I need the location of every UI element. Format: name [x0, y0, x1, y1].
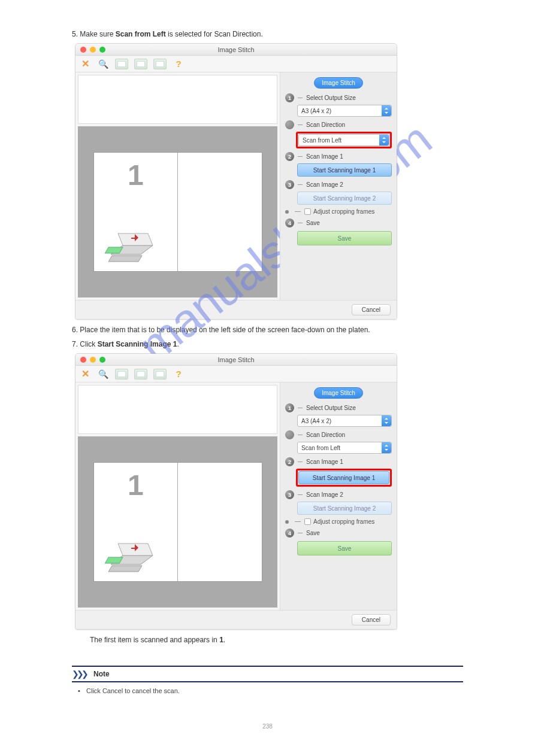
output-size-dropdown[interactable]: A3 (A4 x 2) [297, 105, 392, 117]
thumb-icon-2[interactable] [134, 369, 147, 379]
save-button[interactable]: Save [297, 231, 392, 245]
chevron-updown-icon [382, 442, 391, 453]
step-4-row: 4 Save [285, 529, 392, 538]
help-icon[interactable]: ? [173, 58, 185, 70]
thumb-icon-1[interactable] [115, 369, 128, 379]
close-x-icon[interactable]: ✕ [79, 58, 91, 70]
placeholder-digit-1: 1 [94, 469, 178, 502]
adjust-cropping-checkbox[interactable] [304, 208, 311, 215]
step-3-row: 3 Scan Image 2 [285, 180, 392, 189]
footer-bar: Cancel [75, 300, 397, 319]
window-title: Image Stitch [75, 356, 397, 363]
svg-marker-5 [385, 108, 388, 110]
adjust-cropping-checkbox[interactable] [304, 518, 311, 525]
thumb-icon-3[interactable] [153, 59, 167, 69]
thumb-icon-3[interactable] [153, 369, 167, 379]
step-3-row: 3 Scan Image 2 [285, 490, 392, 499]
svg-marker-2 [108, 256, 142, 262]
scanner-icon [105, 535, 165, 576]
preview-pane: 1 [75, 72, 280, 300]
image-stitch-window-screenshot-1: Image Stitch ✕ 🔍 ? 1 [75, 43, 397, 320]
instruction-step-7: 7. Click Start Scanning Image 1. [72, 340, 443, 348]
start-scanning-image-1-button[interactable]: Start Scanning Image 1 [298, 471, 389, 484]
adjust-cropping-row: Adjust cropping frames [285, 518, 392, 525]
titlebar: Image Stitch [75, 354, 397, 366]
page-number: 238 [0, 723, 535, 730]
svg-marker-14 [385, 418, 388, 420]
svg-marker-15 [385, 422, 388, 424]
start-scanning-image-2-button[interactable]: Start Scanning Image 2 [297, 192, 392, 205]
scan-direction-dropdown[interactable]: Scan from Left [298, 134, 389, 146]
svg-marker-17 [385, 449, 388, 451]
start-scanning-image-2-button[interactable]: Start Scanning Image 2 [297, 502, 392, 515]
step-1-row: 1 Select Output Size [285, 403, 392, 412]
chevron-updown-icon [379, 135, 389, 145]
chevron-updown-icon [382, 415, 391, 426]
window-title: Image Stitch [75, 46, 397, 53]
svg-marker-8 [382, 141, 386, 143]
svg-marker-16 [385, 445, 388, 447]
thumb-icon-1[interactable] [115, 59, 128, 69]
placeholder-digit-1: 1 [94, 159, 178, 192]
toolbar: ✕ 🔍 ? [75, 56, 397, 72]
scanner-icon [105, 224, 165, 266]
scan-direction-row: Scan Direction [285, 120, 392, 129]
output-size-dropdown[interactable]: A3 (A4 x 2) [297, 415, 392, 427]
step-4-row: 4 Save [285, 218, 392, 227]
save-button[interactable]: Save [297, 541, 392, 555]
scan-preview-area: 1 [78, 126, 277, 297]
cancel-button[interactable]: Cancel [352, 614, 391, 626]
note-body: Click Cancel to cancel the scan. [72, 682, 463, 699]
step-2-row: 2 Scan Image 1 [285, 457, 392, 466]
toolbar: ✕ 🔍 ? [75, 366, 397, 382]
svg-rect-3 [105, 247, 123, 253]
start-scanning-image-1-button[interactable]: Start Scanning Image 1 [297, 163, 392, 177]
footer-bar: Cancel [75, 610, 397, 629]
note-title: Note [93, 670, 110, 678]
scan-preview-area: 1 [78, 436, 277, 608]
svg-marker-7 [382, 137, 386, 139]
svg-marker-11 [108, 566, 142, 572]
cancel-button[interactable]: Cancel [352, 304, 391, 315]
scan-direction-highlight: Scan from Left [296, 132, 392, 148]
scan-direction-row: Scan Direction [285, 430, 392, 439]
svg-marker-6 [385, 112, 388, 114]
steps-panel: Image Stitch 1 Select Output Size A3 (A4… [280, 382, 397, 610]
step-2-row: 2 Scan Image 1 [285, 152, 392, 161]
titlebar: Image Stitch [75, 44, 397, 56]
note-header: ❯❯❯ Note [72, 666, 463, 682]
close-x-icon[interactable]: ✕ [79, 368, 91, 380]
thumb-icon-2[interactable] [134, 59, 147, 69]
instruction-step-6: 6. Place the item that is to be displaye… [72, 326, 443, 334]
preview-pane: 1 [75, 382, 280, 610]
instruction-step-5: 5. Make sure Scan from Left is selected … [72, 30, 443, 38]
after-scan-text: The first item is scanned and appears in… [90, 636, 461, 644]
chevron-updown-icon [382, 105, 391, 116]
scan-direction-dropdown[interactable]: Scan from Left [297, 442, 392, 454]
chevrons-icon: ❯❯❯ [72, 669, 86, 679]
step-1-row: 1 Select Output Size [285, 93, 392, 102]
note-block: ❯❯❯ Note Click Cancel to cancel the scan… [72, 666, 463, 699]
thumbnail-strip [78, 75, 277, 124]
paper-preview: 1 [93, 152, 262, 272]
steps-panel: Image Stitch 1 Select Output Size A3 (A4… [280, 72, 397, 300]
image-stitch-badge: Image Stitch [314, 77, 363, 89]
image-stitch-window-screenshot-2: Image Stitch ✕ 🔍 ? 1 [75, 353, 397, 630]
thumbnail-strip [78, 385, 277, 434]
adjust-cropping-row: Adjust cropping frames [285, 208, 392, 215]
magnifier-icon[interactable]: 🔍 [97, 368, 109, 380]
help-icon[interactable]: ? [173, 368, 185, 380]
start-scan-1-highlight: Start Scanning Image 1 [296, 469, 392, 487]
magnifier-icon[interactable]: 🔍 [97, 58, 109, 70]
paper-preview: 1 [93, 462, 262, 582]
svg-rect-12 [105, 557, 123, 563]
image-stitch-badge: Image Stitch [314, 387, 363, 399]
